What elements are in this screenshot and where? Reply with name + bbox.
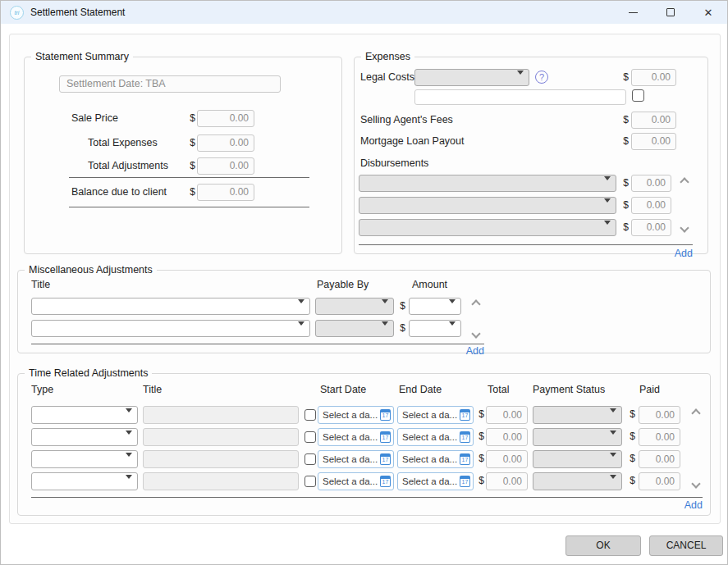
dropdown-arrow-icon (298, 303, 305, 318)
dropdown-arrow-icon (604, 180, 611, 195)
time-title-input[interactable] (143, 450, 299, 468)
help-icon[interactable]: ? (535, 71, 548, 84)
end-date-placeholder: Select a da... (402, 476, 460, 486)
scroll-up-icon[interactable] (691, 408, 700, 417)
dropdown-arrow-icon (610, 412, 617, 427)
disbursement-currency: $ (619, 197, 629, 214)
disbursement-amount-field[interactable]: 0.00 (631, 219, 671, 236)
payment-status-select[interactable] (533, 406, 622, 424)
disbursements-add-link[interactable]: Add (652, 248, 693, 259)
start-date-placeholder: Select a da... (323, 432, 380, 442)
total-adjustments-field[interactable]: 0.00 (197, 157, 254, 175)
misc-adjustments-legend: Miscellaneous Adjustments (25, 264, 157, 276)
disbursement-currency: $ (619, 175, 629, 192)
cancel-button[interactable]: CANCEL (649, 535, 723, 556)
type-select[interactable] (31, 406, 138, 424)
time-row-checkbox[interactable] (304, 453, 316, 465)
paid-amount-field[interactable]: 0.00 (639, 428, 680, 446)
misc-title-select[interactable] (31, 320, 310, 337)
minimize-button[interactable] (614, 1, 652, 24)
maximize-icon (666, 8, 675, 16)
disbursement-select[interactable] (359, 175, 616, 192)
misc-add-link[interactable]: Add (443, 345, 484, 357)
total-amount-field[interactable]: 0.00 (486, 450, 528, 468)
legal-costs-description-input[interactable] (414, 89, 626, 105)
summary-separator-top (69, 177, 309, 178)
statement-summary-legend: Statement Summary (31, 51, 133, 63)
ok-button[interactable]: OK (565, 535, 641, 556)
disbursement-amount-field[interactable]: 0.00 (631, 197, 671, 214)
calendar-icon[interactable]: 17 (460, 453, 470, 465)
calendar-icon[interactable]: 17 (380, 431, 391, 443)
payment-status-select[interactable] (533, 472, 622, 490)
misc-amount-currency: $ (396, 320, 405, 337)
payment-status-select[interactable] (533, 428, 622, 446)
time-title-input[interactable] (143, 406, 299, 424)
scroll-up-icon[interactable] (680, 177, 689, 186)
mortgage-loan-payout-label: Mortgage Loan Payout (360, 133, 464, 150)
paid-amount-field[interactable]: 0.00 (639, 472, 680, 490)
payment-status-select[interactable] (533, 450, 622, 468)
settlement-date-field[interactable]: Settlement Date: TBA (59, 75, 281, 93)
expenses-group: Expenses Legal Costs ? $ 0.00 Selling Ag… (354, 57, 708, 254)
start-date-picker[interactable]: Select a da...17 (318, 406, 394, 424)
calendar-icon[interactable]: 17 (380, 409, 391, 421)
end-date-picker[interactable]: Select a da...17 (397, 428, 474, 446)
scroll-down-icon[interactable] (471, 329, 480, 338)
paid-amount-field[interactable]: 0.00 (639, 450, 680, 468)
misc-amount-select[interactable] (409, 320, 461, 337)
start-date-picker[interactable]: Select a da...17 (318, 450, 394, 468)
time-row-checkbox[interactable] (304, 476, 316, 487)
end-date-picker[interactable]: Select a da...17 (397, 450, 474, 468)
scroll-down-icon[interactable] (691, 479, 700, 488)
total-expenses-field[interactable]: 0.00 (197, 134, 254, 152)
total-adjustments-label: Total Adjustments (88, 157, 168, 175)
maximize-button[interactable] (652, 1, 689, 24)
type-select[interactable] (31, 450, 138, 468)
close-button[interactable]: ✕ (689, 1, 727, 24)
type-select[interactable] (31, 472, 138, 490)
disbursement-select[interactable] (359, 197, 616, 214)
dropdown-arrow-icon (126, 412, 133, 427)
disbursement-select[interactable] (359, 219, 616, 236)
calendar-icon[interactable]: 17 (460, 409, 470, 421)
start-date-picker[interactable]: Select a da...17 (318, 428, 394, 446)
calendar-icon[interactable]: 17 (380, 453, 391, 465)
time-title-input[interactable] (143, 428, 299, 446)
app-icon-text: tri (15, 10, 20, 16)
start-date-picker[interactable]: Select a da...17 (318, 472, 394, 490)
scroll-up-icon[interactable] (471, 299, 480, 308)
total-amount-field[interactable]: 0.00 (486, 406, 528, 424)
payable-by-select[interactable] (315, 298, 394, 315)
calendar-icon[interactable]: 17 (460, 476, 470, 487)
paid-currency: $ (625, 472, 635, 490)
legal-costs-select[interactable] (414, 69, 529, 86)
start-date-placeholder: Select a da... (323, 454, 380, 464)
scroll-down-icon[interactable] (680, 223, 689, 232)
calendar-icon[interactable]: 17 (380, 476, 391, 487)
type-select[interactable] (31, 428, 138, 446)
balance-due-field[interactable]: 0.00 (197, 184, 254, 201)
selling-agents-fees-amount-field[interactable]: 0.00 (631, 112, 676, 129)
misc-title-select[interactable] (31, 298, 310, 315)
time-add-link[interactable]: Add (662, 499, 703, 511)
misc-amount-select[interactable] (409, 298, 461, 315)
end-date-picker[interactable]: Select a da...17 (397, 406, 474, 424)
time-start-date-header: Start Date (320, 384, 366, 395)
end-date-picker[interactable]: Select a da...17 (397, 472, 474, 490)
time-title-input[interactable] (143, 472, 299, 490)
time-row-checkbox[interactable] (304, 431, 316, 443)
mortgage-loan-payout-amount-field[interactable]: 0.00 (631, 133, 676, 150)
total-amount-field[interactable]: 0.00 (486, 472, 528, 490)
paid-amount-field[interactable]: 0.00 (639, 406, 680, 424)
calendar-icon[interactable]: 17 (460, 431, 470, 443)
dropdown-arrow-icon (382, 303, 389, 318)
selling-agents-fees-currency: $ (619, 112, 629, 129)
total-amount-field[interactable]: 0.00 (486, 428, 528, 446)
disbursement-amount-field[interactable]: 0.00 (631, 175, 671, 192)
legal-costs-amount-field[interactable]: 0.00 (631, 69, 676, 86)
sale-price-field[interactable]: 0.00 (197, 110, 254, 127)
legal-costs-checkbox[interactable] (632, 89, 644, 102)
time-row-checkbox[interactable] (304, 409, 316, 421)
payable-by-select[interactable] (315, 320, 394, 337)
